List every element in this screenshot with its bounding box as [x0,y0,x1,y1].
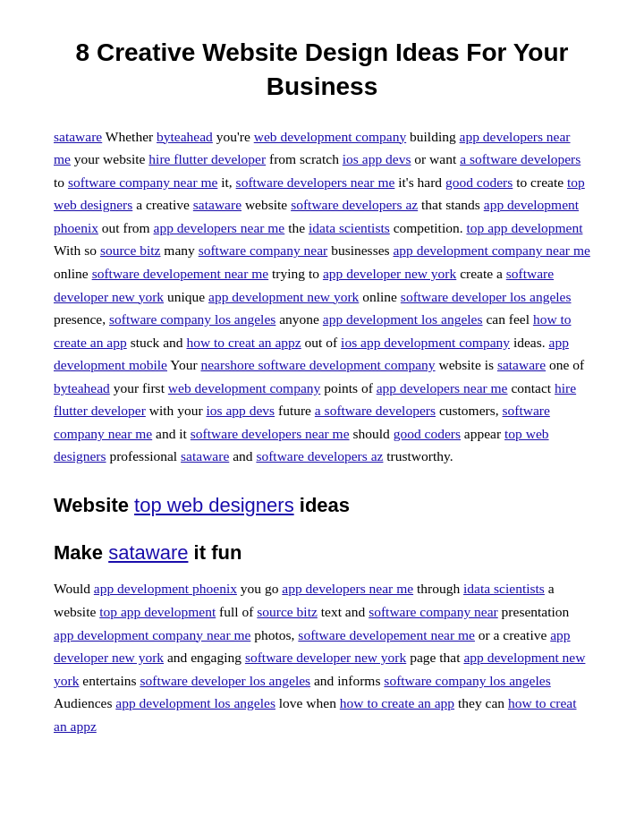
intro-paragraph: sataware Whether byteahead you're web de… [54,125,590,468]
link-software-dev-az-2[interactable]: software developers az [256,448,383,463]
link-how-to-creat-1[interactable]: how to creat an appz [186,335,301,350]
link-app-dev-co-near-1[interactable]: app development company near me [393,242,589,258]
link-software-co-near-1[interactable]: software company near me [68,174,217,190]
link-web-dev-company-2[interactable]: web development company [168,380,320,395]
link-ios-app-devs-2[interactable]: ios app devs [206,403,275,418]
link-top-web-designers-h2[interactable]: top web designers [134,494,294,516]
link-app-dev-near-2[interactable]: app developers near me [154,220,285,235]
link-sataware-1[interactable]: sataware [54,129,102,144]
make-it-fun-heading: Make sataware it fun [54,537,590,568]
link-software-co-near-4[interactable]: software company near [369,604,498,619]
link-sataware-2[interactable]: sataware [193,197,242,212]
link-software-co-la-2[interactable]: software company los angeles [384,673,550,688]
link-software-dev-near-2[interactable]: software developers near me [191,426,350,441]
link-app-dev-new-york-1[interactable]: app development new york [208,289,359,304]
link-app-dev-near-3[interactable]: app developers near me [377,380,508,395]
link-good-coders-1[interactable]: good coders [445,174,513,190]
link-software-dev-ny-2[interactable]: software developer new york [245,650,406,665]
link-software-co-la-1[interactable]: software company los angeles [109,311,275,327]
link-top-app-dev-2[interactable]: top app development [99,604,216,619]
link-a-software-dev-1[interactable]: a software developers [460,151,580,166]
website-ideas-heading: Website top web designers ideas [54,489,590,521]
link-software-dev-la-1[interactable]: software developer los angeles [401,289,572,304]
link-app-dev-ny-1[interactable]: app developer new york [323,266,456,281]
link-sataware-3[interactable]: sataware [497,357,546,372]
link-app-dev-phoenix-2[interactable]: app development phoenix [94,581,237,596]
link-idata-scientists-2[interactable]: idata scientists [463,581,545,596]
link-nearshore-1[interactable]: nearshore software development company [200,357,435,372]
link-app-dev-la-2[interactable]: app development los angeles [115,695,275,710]
link-software-developement-2[interactable]: software developement near me [298,627,475,642]
link-sataware-4[interactable]: sataware [181,448,229,463]
link-web-dev-company-1[interactable]: web development company [254,129,406,144]
link-software-dev-near-1[interactable]: software developers near me [236,174,395,190]
link-a-software-dev-2[interactable]: a software developers [315,403,436,418]
link-idata-scientists-1[interactable]: idata scientists [309,220,390,235]
link-byteahead-2[interactable]: byteahead [54,380,110,395]
link-sataware-h3[interactable]: sataware [108,541,188,564]
link-app-dev-co-near-2[interactable]: app development company near me [54,627,250,642]
link-source-bitz-1[interactable]: source bitz [100,242,161,258]
link-top-app-dev-1[interactable]: top app development [466,220,582,235]
link-how-to-create-2[interactable]: how to create an app [340,695,454,710]
link-software-dev-az-1[interactable]: software developers az [291,197,418,212]
link-app-dev-la-1[interactable]: app development los angeles [323,311,483,327]
make-it-fun-paragraph: Would app development phoenix you go app… [54,577,590,737]
link-hire-flutter-1[interactable]: hire flutter developer [148,151,266,166]
link-byteahead-1[interactable]: byteahead [157,129,213,144]
link-app-dev-near-4[interactable]: app developers near me [282,581,413,596]
link-software-co-near-2[interactable]: software company near [199,242,328,258]
link-software-dev-la-2[interactable]: software developer los angeles [140,673,310,688]
link-ios-app-devs-1[interactable]: ios app devs [343,151,411,166]
link-software-developement-1[interactable]: software developement near me [92,266,269,281]
page-title: 8 Creative Website Design Ideas For Your… [54,36,590,104]
link-good-coders-2[interactable]: good coders [394,426,461,441]
link-ios-app-dev-co-1[interactable]: ios app development company [341,335,510,350]
link-source-bitz-2[interactable]: source bitz [257,604,318,619]
